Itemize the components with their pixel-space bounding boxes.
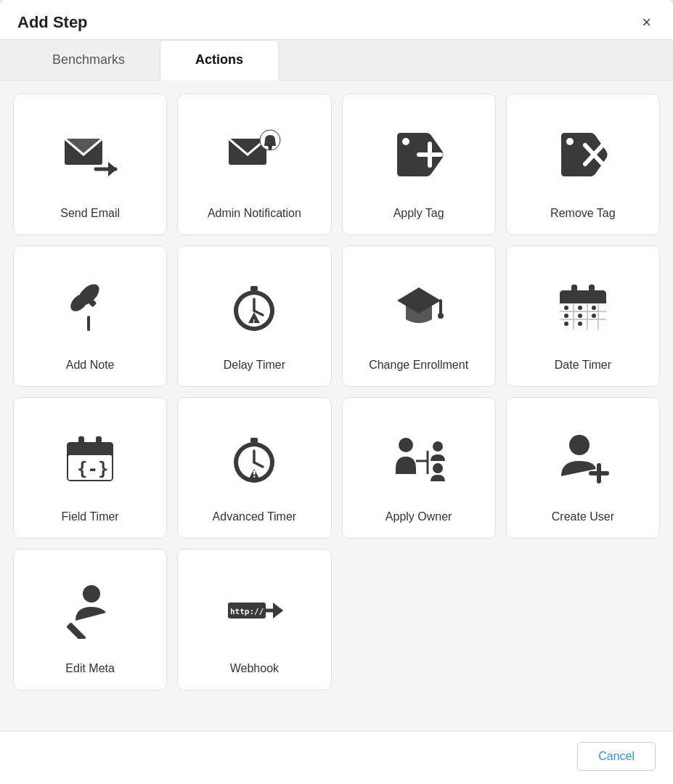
- date-timer-icon: [554, 262, 612, 351]
- webhook-icon: http://: [225, 565, 283, 654]
- card-remove-tag[interactable]: Remove Tag: [506, 94, 660, 235]
- svg-point-8: [402, 138, 409, 145]
- svg-text:!: !: [253, 319, 255, 327]
- date-timer-label: Date Timer: [555, 358, 611, 373]
- card-date-timer[interactable]: Date Timer: [506, 245, 660, 387]
- field-timer-icon: {-}: [61, 414, 119, 502]
- tab-actions[interactable]: Actions: [160, 40, 279, 81]
- apply-owner-label: Apply Owner: [386, 510, 452, 525]
- change-enrollment-icon: [390, 262, 448, 351]
- apply-owner-icon: [390, 414, 448, 502]
- svg-rect-70: [66, 622, 86, 639]
- svg-point-43: [592, 314, 596, 318]
- svg-point-60: [253, 475, 255, 477]
- create-user-label: Create User: [552, 510, 614, 525]
- add-note-icon: [61, 262, 119, 351]
- create-user-icon: [554, 414, 612, 502]
- field-timer-label: Field Timer: [62, 510, 119, 525]
- svg-point-65: [433, 463, 443, 473]
- svg-rect-50: [96, 436, 102, 446]
- svg-rect-29: [560, 290, 606, 303]
- remove-tag-icon: [554, 110, 612, 199]
- cancel-button[interactable]: Cancel: [577, 742, 656, 771]
- modal-footer: Cancel: [0, 731, 673, 784]
- apply-tag-label: Apply Tag: [393, 206, 444, 221]
- svg-point-38: [564, 306, 568, 310]
- svg-marker-3: [108, 162, 117, 176]
- send-email-label: Send Email: [60, 206, 120, 221]
- svg-point-40: [592, 306, 596, 310]
- svg-rect-59: [253, 470, 256, 475]
- card-change-enrollment[interactable]: Change Enrollment: [342, 245, 496, 387]
- card-field-timer[interactable]: {-} Field Timer: [13, 397, 167, 539]
- svg-point-45: [578, 322, 582, 326]
- card-apply-owner[interactable]: Apply Owner: [342, 397, 496, 539]
- svg-point-42: [578, 314, 582, 318]
- advanced-timer-label: Advanced Timer: [213, 510, 297, 525]
- admin-notification-label: Admin Notification: [208, 206, 301, 221]
- card-apply-tag[interactable]: Apply Tag: [342, 94, 496, 235]
- svg-point-69: [83, 585, 100, 603]
- svg-point-7: [269, 147, 272, 150]
- card-advanced-timer[interactable]: Advanced Timer: [177, 397, 331, 539]
- svg-marker-75: [273, 603, 283, 618]
- change-enrollment-label: Change Enrollment: [369, 358, 468, 373]
- svg-rect-49: [78, 436, 84, 446]
- delay-timer-icon: !: [225, 262, 283, 351]
- add-step-modal: Add Step × Benchmarks Actions: [0, 0, 673, 784]
- close-button[interactable]: ×: [637, 13, 656, 32]
- card-create-user[interactable]: Create User: [506, 397, 660, 539]
- webhook-label: Webhook: [230, 661, 279, 677]
- svg-point-64: [433, 441, 443, 452]
- tabs-bar: Benchmarks Actions: [0, 40, 673, 81]
- apply-tag-icon: [390, 110, 448, 199]
- card-webhook[interactable]: http:// Webhook: [177, 549, 331, 690]
- svg-point-44: [564, 322, 568, 326]
- svg-point-66: [569, 435, 590, 455]
- svg-point-61: [399, 438, 413, 452]
- svg-point-27: [438, 313, 444, 319]
- admin-notification-icon: [225, 110, 283, 199]
- add-note-label: Add Note: [66, 358, 115, 373]
- card-send-email[interactable]: Send Email: [13, 94, 167, 235]
- svg-rect-57: [250, 438, 258, 443]
- actions-grid: Send Email Admin Notification: [13, 94, 660, 703]
- edit-meta-label: Edit Meta: [65, 661, 115, 677]
- advanced-timer-icon: [225, 414, 283, 502]
- card-admin-notification[interactable]: Admin Notification: [177, 94, 331, 235]
- edit-meta-icon: [61, 565, 119, 654]
- delay-timer-label: Delay Timer: [224, 358, 285, 373]
- tab-benchmarks[interactable]: Benchmarks: [17, 40, 160, 80]
- svg-rect-22: [250, 286, 258, 291]
- modal-body: Send Email Admin Notification: [0, 81, 673, 731]
- send-email-icon: [61, 110, 119, 199]
- remove-tag-label: Remove Tag: [550, 206, 616, 221]
- card-delay-timer[interactable]: ! Delay Timer: [177, 245, 331, 387]
- svg-point-11: [566, 138, 574, 145]
- modal-header: Add Step ×: [0, 0, 673, 40]
- svg-rect-48: [67, 448, 113, 455]
- svg-point-39: [578, 306, 582, 310]
- svg-text:http://: http://: [230, 607, 264, 616]
- svg-point-41: [564, 314, 568, 318]
- svg-text:{-}: {-}: [77, 459, 108, 479]
- svg-rect-31: [589, 285, 595, 295]
- card-add-note[interactable]: Add Note: [13, 245, 167, 387]
- card-edit-meta[interactable]: Edit Meta: [13, 549, 167, 690]
- svg-rect-30: [571, 285, 577, 295]
- modal-title: Add Step: [17, 13, 88, 32]
